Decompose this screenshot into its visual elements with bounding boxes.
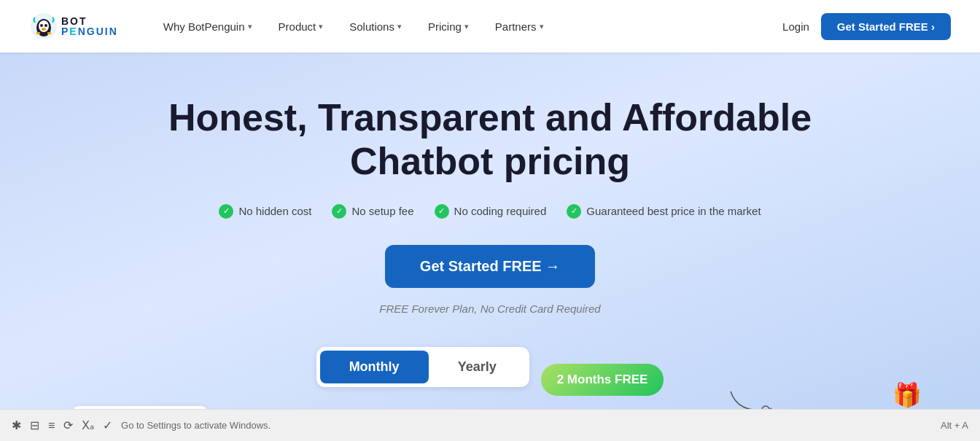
nav-solutions-label: Solutions xyxy=(349,20,394,33)
logo-penguin-text: PENGUIN xyxy=(61,26,118,36)
badge-no-setup-fee: ✓ No setup fee xyxy=(332,204,413,219)
nav-product[interactable]: Product ▾ xyxy=(268,15,334,39)
login-button[interactable]: Login xyxy=(782,20,809,33)
check-icon-best-price: ✓ xyxy=(567,204,581,219)
nav-partners-label: Partners xyxy=(495,20,537,33)
nav-why-botpenguin[interactable]: Why BotPenguin ▾ xyxy=(153,15,262,39)
nav-links: Why BotPenguin ▾ Product ▾ Solutions ▾ P… xyxy=(153,15,782,39)
monthly-toggle-button[interactable]: Monthly xyxy=(320,351,429,383)
nav-product-label: Product xyxy=(279,20,316,33)
logo-bot-text: BOT xyxy=(61,16,118,26)
nav-actions: Login Get Started FREE › xyxy=(782,13,951,40)
hero-section: Honest, Transparent and Affordable Chatb… xyxy=(0,52,980,441)
check-icon-hidden-cost: ✓ xyxy=(219,204,233,219)
badge-no-hidden-cost: ✓ No hidden cost xyxy=(219,204,311,219)
get-started-nav-button[interactable]: Get Started FREE › xyxy=(821,13,951,40)
toolbar-icon-4[interactable]: ⟳ xyxy=(63,418,73,432)
hero-subtitle: FREE Forever Plan, No Credit Card Requir… xyxy=(379,303,600,315)
gift-icon[interactable]: 🎁 xyxy=(892,381,922,409)
logo-icon xyxy=(29,12,58,41)
badge-best-price: ✓ Guaranteed best price in the market xyxy=(567,204,761,219)
navbar: BOT PENGUIN Why BotPenguin ▾ Product ▾ S… xyxy=(0,0,980,52)
get-started-hero-button[interactable]: Get Started FREE → xyxy=(385,245,595,288)
svg-point-3 xyxy=(40,24,43,27)
nav-why-label: Why BotPenguin xyxy=(163,20,245,33)
toolbar-alt-text: Alt + A xyxy=(941,420,968,431)
nav-pricing-chevron-icon: ▾ xyxy=(464,22,469,31)
toolbar-icon-2[interactable]: ⊟ xyxy=(30,418,39,432)
pricing-toggle: Monthly Yearly xyxy=(316,347,529,387)
yearly-toggle-button[interactable]: Yearly xyxy=(429,351,526,383)
nav-why-chevron-icon: ▾ xyxy=(248,22,252,31)
badge-best-price-label: Guaranteed best price in the market xyxy=(586,205,761,217)
nav-partners[interactable]: Partners ▾ xyxy=(485,15,554,39)
toolbar-icon-1[interactable]: ✱ xyxy=(12,418,21,432)
nav-pricing-label: Pricing xyxy=(428,20,462,33)
toolbar-text: Go to Settings to activate Windows. xyxy=(121,420,932,431)
hero-badges: ✓ No hidden cost ✓ No setup fee ✓ No cod… xyxy=(219,204,761,219)
nav-partners-chevron-icon: ▾ xyxy=(540,22,544,31)
toolbar-icon-5[interactable]: Xₐ xyxy=(82,418,94,432)
svg-point-5 xyxy=(42,28,46,31)
nav-solutions[interactable]: Solutions ▾ xyxy=(339,15,412,39)
toolbar-icon-6[interactable]: ✓ xyxy=(103,418,112,432)
svg-rect-6 xyxy=(36,32,40,34)
nav-pricing[interactable]: Pricing ▾ xyxy=(418,15,479,39)
badge-no-hidden-cost-label: No hidden cost xyxy=(238,205,311,217)
toolbar-right: Alt + A xyxy=(941,420,968,431)
badge-no-setup-fee-label: No setup fee xyxy=(351,205,413,217)
bottom-toolbar: ✱ ⊟ ≡ ⟳ Xₐ ✓ Go to Settings to activate … xyxy=(0,409,980,441)
nav-product-chevron-icon: ▾ xyxy=(319,22,323,31)
hero-title: Honest, Transparent and Affordable Chatb… xyxy=(162,96,818,184)
logo-text: BOT PENGUIN xyxy=(61,16,118,36)
toolbar-icon-3[interactable]: ≡ xyxy=(48,419,55,432)
logo[interactable]: BOT PENGUIN xyxy=(29,12,118,41)
nav-solutions-chevron-icon: ▾ xyxy=(397,22,402,31)
svg-rect-7 xyxy=(47,32,51,34)
svg-point-4 xyxy=(44,24,47,27)
badge-no-coding-label: No coding required xyxy=(454,205,547,217)
check-icon-no-coding: ✓ xyxy=(435,204,449,219)
badge-no-coding: ✓ No coding required xyxy=(435,204,547,219)
check-icon-setup-fee: ✓ xyxy=(332,204,346,219)
months-free-button[interactable]: 2 Months FREE xyxy=(541,364,664,396)
